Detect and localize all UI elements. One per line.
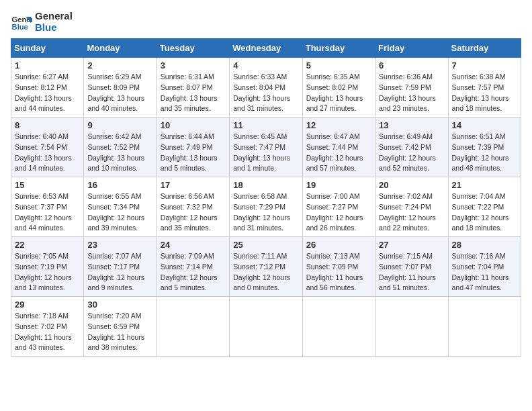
- day-number: 15: [15, 180, 80, 190]
- sunset-label: Sunset: 7:37 PM: [15, 203, 67, 211]
- calendar-cell: 10 Sunrise: 6:44 AM Sunset: 7:49 PM Dayl…: [157, 118, 229, 177]
- day-info: Sunrise: 7:18 AM Sunset: 7:02 PM Dayligh…: [15, 311, 80, 353]
- day-number: 6: [379, 60, 444, 71]
- daylight-label: Daylight: 13 hours and 1 minute.: [233, 154, 290, 173]
- daylight-label: Daylight: 13 hours and 5 minutes.: [161, 154, 218, 173]
- day-number: 11: [233, 120, 298, 130]
- day-number: 29: [15, 300, 80, 310]
- day-info: Sunrise: 7:11 AM Sunset: 7:12 PM Dayligh…: [233, 251, 298, 293]
- sunset-label: Sunset: 8:12 PM: [15, 83, 67, 91]
- sunrise-label: Sunrise: 6:56 AM: [161, 192, 214, 200]
- sunrise-label: Sunrise: 6:40 AM: [15, 132, 69, 140]
- calendar-cell: [230, 297, 302, 357]
- sunset-label: Sunset: 7:54 PM: [15, 143, 67, 151]
- daylight-label: Daylight: 12 hours and 0 minutes.: [233, 273, 290, 292]
- sunset-label: Sunset: 7:44 PM: [306, 143, 359, 151]
- daylight-label: Daylight: 12 hours and 26 minutes.: [306, 214, 363, 232]
- daylight-label: Daylight: 12 hours and 35 minutes.: [161, 214, 218, 232]
- day-number: 26: [306, 240, 371, 250]
- sunset-label: Sunset: 7:52 PM: [87, 143, 140, 151]
- calendar-cell: 16 Sunrise: 6:55 AM Sunset: 7:34 PM Dayl…: [84, 177, 157, 237]
- calendar-cell: 17 Sunrise: 6:56 AM Sunset: 7:32 PM Dayl…: [157, 177, 229, 237]
- daylight-label: Daylight: 12 hours and 18 minutes.: [452, 214, 509, 232]
- day-number: 10: [161, 120, 226, 130]
- sunset-label: Sunset: 7:39 PM: [452, 143, 504, 151]
- sunrise-label: Sunrise: 7:05 AM: [15, 252, 69, 260]
- day-number: 13: [379, 120, 444, 130]
- calendar-cell: 4 Sunrise: 6:33 AM Sunset: 8:04 PM Dayli…: [230, 58, 302, 118]
- day-info: Sunrise: 7:16 AM Sunset: 7:04 PM Dayligh…: [452, 251, 517, 293]
- calendar-cell: 20 Sunrise: 7:02 AM Sunset: 7:24 PM Dayl…: [375, 177, 448, 237]
- daylight-label: Daylight: 11 hours and 38 minutes.: [87, 333, 144, 352]
- daylight-label: Daylight: 13 hours and 35 minutes.: [161, 94, 218, 113]
- logo-line2: Blue: [35, 22, 73, 34]
- day-info: Sunrise: 7:13 AM Sunset: 7:09 PM Dayligh…: [306, 251, 371, 293]
- day-info: Sunrise: 6:51 AM Sunset: 7:39 PM Dayligh…: [452, 132, 517, 174]
- weekday-header-saturday: Saturday: [448, 39, 521, 58]
- daylight-label: Daylight: 12 hours and 39 minutes.: [87, 214, 144, 232]
- sunset-label: Sunset: 6:59 PM: [87, 322, 140, 330]
- sunset-label: Sunset: 8:04 PM: [233, 83, 285, 91]
- weekday-header-thursday: Thursday: [302, 39, 375, 58]
- day-number: 27: [379, 240, 444, 250]
- daylight-label: Daylight: 11 hours and 56 minutes.: [306, 273, 363, 292]
- day-info: Sunrise: 6:40 AM Sunset: 7:54 PM Dayligh…: [15, 132, 80, 174]
- sunrise-label: Sunrise: 7:02 AM: [379, 192, 433, 200]
- daylight-label: Daylight: 13 hours and 23 minutes.: [379, 94, 436, 113]
- sunset-label: Sunset: 7:24 PM: [379, 203, 431, 211]
- calendar-cell: 27 Sunrise: 7:15 AM Sunset: 7:07 PM Dayl…: [375, 237, 448, 297]
- daylight-label: Daylight: 13 hours and 27 minutes.: [306, 94, 363, 113]
- daylight-label: Daylight: 11 hours and 51 minutes.: [379, 273, 436, 292]
- sunrise-label: Sunrise: 7:13 AM: [306, 252, 360, 260]
- calendar-cell: 1 Sunrise: 6:27 AM Sunset: 8:12 PM Dayli…: [11, 58, 84, 118]
- day-number: 16: [87, 180, 152, 190]
- daylight-label: Daylight: 12 hours and 48 minutes.: [452, 154, 509, 173]
- day-info: Sunrise: 6:58 AM Sunset: 7:29 PM Dayligh…: [233, 191, 298, 234]
- calendar-cell: 23 Sunrise: 7:07 AM Sunset: 7:17 PM Dayl…: [84, 237, 157, 297]
- weekday-header-wednesday: Wednesday: [230, 39, 302, 58]
- sunset-label: Sunset: 7:57 PM: [452, 83, 504, 91]
- sunset-label: Sunset: 7:59 PM: [379, 83, 431, 91]
- svg-text:Blue: Blue: [12, 23, 28, 31]
- daylight-label: Daylight: 12 hours and 5 minutes.: [161, 273, 218, 292]
- day-info: Sunrise: 6:33 AM Sunset: 8:04 PM Dayligh…: [233, 72, 298, 114]
- day-number: 14: [452, 120, 517, 130]
- daylight-label: Daylight: 12 hours and 44 minutes.: [15, 214, 72, 232]
- day-info: Sunrise: 6:53 AM Sunset: 7:37 PM Dayligh…: [15, 191, 80, 234]
- sunrise-label: Sunrise: 7:04 AM: [452, 192, 506, 200]
- day-number: 22: [15, 240, 80, 250]
- sunset-label: Sunset: 7:32 PM: [161, 203, 213, 211]
- sunrise-label: Sunrise: 6:55 AM: [87, 192, 141, 200]
- page-header: General Blue General Blue: [11, 11, 521, 33]
- sunrise-label: Sunrise: 6:49 AM: [379, 132, 433, 140]
- logo-line1: General: [35, 11, 73, 22]
- daylight-label: Daylight: 13 hours and 18 minutes.: [452, 94, 509, 113]
- daylight-label: Daylight: 12 hours and 52 minutes.: [379, 154, 436, 173]
- calendar-cell: 26 Sunrise: 7:13 AM Sunset: 7:09 PM Dayl…: [302, 237, 375, 297]
- calendar-cell: 25 Sunrise: 7:11 AM Sunset: 7:12 PM Dayl…: [230, 237, 302, 297]
- day-number: 25: [233, 240, 298, 250]
- day-info: Sunrise: 7:05 AM Sunset: 7:19 PM Dayligh…: [15, 251, 80, 293]
- calendar-cell: [157, 297, 229, 357]
- sunrise-label: Sunrise: 6:35 AM: [306, 73, 360, 81]
- calendar-cell: 29 Sunrise: 7:18 AM Sunset: 7:02 PM Dayl…: [11, 297, 84, 357]
- calendar-cell: 11 Sunrise: 6:45 AM Sunset: 7:47 PM Dayl…: [230, 118, 302, 177]
- day-number: 2: [87, 60, 152, 71]
- sunset-label: Sunset: 7:14 PM: [161, 263, 213, 271]
- calendar-cell: 7 Sunrise: 6:38 AM Sunset: 7:57 PM Dayli…: [448, 58, 521, 118]
- day-number: 20: [379, 180, 444, 190]
- day-info: Sunrise: 7:02 AM Sunset: 7:24 PM Dayligh…: [379, 191, 444, 234]
- day-info: Sunrise: 6:27 AM Sunset: 8:12 PM Dayligh…: [15, 72, 80, 114]
- calendar-cell: 6 Sunrise: 6:36 AM Sunset: 7:59 PM Dayli…: [375, 58, 448, 118]
- daylight-label: Daylight: 12 hours and 9 minutes.: [87, 273, 144, 292]
- sunrise-label: Sunrise: 7:16 AM: [452, 252, 506, 260]
- calendar-cell: 13 Sunrise: 6:49 AM Sunset: 7:42 PM Dayl…: [375, 118, 448, 177]
- sunrise-label: Sunrise: 6:42 AM: [87, 132, 141, 140]
- daylight-label: Daylight: 11 hours and 43 minutes.: [15, 333, 72, 352]
- weekday-header-friday: Friday: [375, 39, 448, 58]
- sunset-label: Sunset: 7:49 PM: [161, 143, 213, 151]
- daylight-label: Daylight: 13 hours and 40 minutes.: [87, 94, 144, 113]
- weekday-header-monday: Monday: [84, 39, 157, 58]
- day-info: Sunrise: 7:07 AM Sunset: 7:17 PM Dayligh…: [87, 251, 152, 293]
- day-number: 5: [306, 60, 371, 71]
